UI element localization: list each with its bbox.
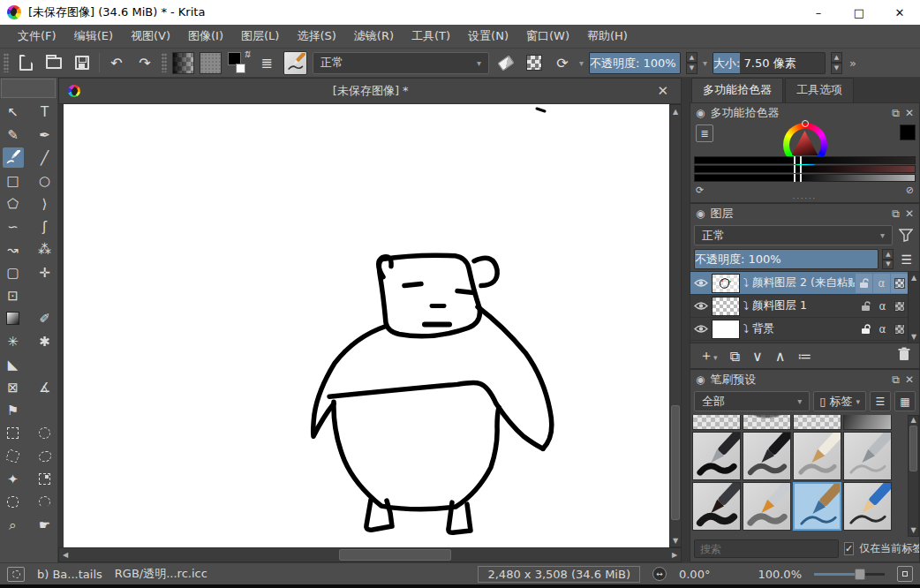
opacity-spinner[interactable]: ▲▼ [686, 52, 698, 74]
alpha-lock-icon[interactable]: α [873, 274, 890, 293]
float-docker-icon[interactable]: ⧉ [892, 107, 900, 119]
brush-preset-watercolor-blue[interactable] [793, 482, 841, 531]
layer-lock-icon[interactable] [857, 297, 874, 316]
layer-name[interactable]: 颜料图层 2 (来自粘贴) [752, 275, 855, 290]
menu-item-10[interactable]: 帮助(H) [578, 25, 637, 48]
delete-layer-button[interactable] [898, 347, 910, 365]
freehand-select-tool[interactable] [34, 446, 56, 466]
gradient-chooser-button[interactable] [172, 52, 194, 74]
color-settings-button[interactable]: ≣ [696, 124, 713, 142]
brush-preset-ink-pen-black[interactable] [743, 432, 791, 480]
assistants-tool[interactable]: ⚑ [3, 400, 24, 420]
scroll-up-icon[interactable]: ▲ [911, 274, 916, 282]
pattern-chooser-button[interactable] [200, 52, 222, 74]
rectangle-tool[interactable]: □ [3, 170, 24, 191]
zoom-slider[interactable] [814, 568, 885, 580]
brush-preset-pencil-blue[interactable] [843, 482, 892, 531]
toolbar-grip[interactable] [4, 53, 9, 72]
menu-item-8[interactable]: 设置(N) [459, 25, 517, 48]
brush-preset-brush-black[interactable] [692, 482, 741, 531]
close-docker-icon[interactable]: ✕ [905, 373, 914, 386]
close-docker-icon[interactable]: ✕ [905, 107, 914, 119]
scroll-down-icon[interactable]: ▼ [911, 333, 916, 341]
brush-preset-pen-silver[interactable] [843, 432, 892, 480]
tag-button[interactable]: ▯ 标签 ▾ [813, 391, 866, 411]
color-profile-label[interactable]: RGB/透明...rc.icc [115, 566, 207, 582]
inherit-alpha-icon[interactable] [891, 320, 908, 339]
zoom-reset-button[interactable] [897, 566, 913, 582]
canvas[interactable] [64, 104, 669, 547]
layer-opacity-spinner[interactable]: ▲▼ [882, 249, 894, 269]
scroll-down-icon[interactable]: ▼ [910, 526, 916, 536]
scroll-left-icon[interactable]: ◀ [59, 551, 72, 559]
preserve-alpha-button[interactable] [523, 51, 546, 74]
maximize-button[interactable]: □ [839, 0, 879, 25]
vertical-scroll-thumb[interactable] [671, 405, 680, 520]
canvas-vertical-scrollbar[interactable]: ▲ ▼ [669, 104, 682, 547]
move-tool[interactable]: ✛ [34, 262, 56, 283]
selection-mode-button[interactable] [7, 567, 25, 582]
menu-item-4[interactable]: 图层(L) [232, 25, 288, 48]
value-bar[interactable] [694, 174, 916, 182]
duplicate-layer-button[interactable]: ⧉ [730, 348, 740, 365]
brush-size-slider[interactable]: 大小: 7.50 像素 [713, 52, 826, 74]
inherit-alpha-icon[interactable] [891, 297, 908, 316]
minimize-button[interactable]: – [798, 0, 839, 25]
zoom-tool[interactable]: ⌕ [3, 515, 24, 535]
rect-select-tool[interactable] [3, 423, 24, 443]
move-layer-up-button[interactable]: ∧ [775, 348, 786, 365]
brush-preset-pen-chisel-black[interactable] [692, 432, 741, 480]
canvas-rotation-icon[interactable]: ↔ [652, 567, 667, 581]
menu-item-1[interactable]: 编辑(E) [65, 25, 122, 48]
menu-item-9[interactable]: 窗口(W) [517, 25, 578, 48]
current-color-swatch[interactable] [900, 124, 916, 140]
current-brush-name[interactable]: b) Ba...tails [37, 568, 102, 581]
polygon-select-tool[interactable] [3, 446, 24, 466]
brush-preset-eraser-dots[interactable] [743, 415, 791, 430]
brush-preset-eraser-soft[interactable] [793, 415, 841, 430]
measure-tool[interactable]: ∡ [34, 377, 56, 397]
dynamic-brush-tool[interactable]: ↝ [3, 239, 24, 260]
value-bar-handle[interactable] [794, 174, 802, 182]
layer-lock-icon[interactable] [857, 320, 874, 339]
float-docker-icon[interactable]: ⧉ [892, 207, 900, 220]
save-button[interactable] [71, 51, 94, 74]
brush-size-spinner[interactable]: ▲▼ [831, 52, 842, 74]
canvas-horizontal-scrollbar[interactable]: ◀ ▶ [58, 547, 682, 562]
fg-bg-color-widget[interactable]: ⇅ [227, 51, 250, 74]
toolbox-header[interactable] [1, 79, 56, 98]
fill-tool[interactable]: ◣ [3, 354, 24, 374]
add-layer-button[interactable]: ＋▾ [699, 347, 718, 366]
scroll-up-icon[interactable]: ▲ [670, 105, 681, 117]
background-color-swatch[interactable] [236, 64, 245, 73]
smart-patch-tool[interactable]: ✳ [3, 331, 24, 351]
rotation-value[interactable]: 0.00° [679, 568, 710, 581]
freehand-brush-tool[interactable] [3, 147, 24, 168]
layer-list-scrollbar[interactable]: ▲ ▼ [908, 272, 919, 343]
menu-item-0[interactable]: 文件(F) [9, 25, 65, 48]
lock-docker-icon[interactable]: ◉ [696, 107, 705, 119]
hue-bar[interactable] [694, 156, 916, 164]
move-layer-down-button[interactable]: ∨ [752, 348, 763, 365]
tab-advanced-color-selector[interactable]: 多功能拾色器 [691, 78, 783, 102]
calligraphy-tool[interactable]: ✒ [34, 124, 56, 145]
close-document-icon[interactable]: ✕ [653, 83, 672, 99]
polygon-tool[interactable]: ⬠ [3, 193, 24, 214]
canvas-size-label[interactable]: 2,480 x 3,508 (34.6 MiB) [478, 566, 640, 583]
lock-docker-icon[interactable]: ◉ [696, 207, 705, 220]
layer-lock-icon[interactable] [856, 274, 872, 293]
layer-properties-button[interactable]: ≔ [797, 348, 811, 365]
layer-row[interactable]: ⤵ 颜料图层 1 α [690, 295, 908, 318]
layer-thumbnail[interactable] [712, 274, 740, 293]
freehand-path-tool[interactable]: ʃ [34, 216, 56, 237]
brush-option-widget[interactable]: ≣ [255, 51, 278, 74]
layer-filter-button[interactable] [896, 227, 916, 245]
search-input[interactable] [694, 539, 839, 558]
brush-preset-brush-orange[interactable] [743, 482, 791, 531]
edit-shapes-tool[interactable]: ✎ [3, 124, 24, 145]
multibrush-tool[interactable]: ⁂ [34, 239, 56, 260]
layer-row[interactable]: ⤵ 背景 α [690, 318, 908, 341]
open-document-button[interactable] [42, 51, 65, 74]
visibility-eye-icon[interactable] [690, 301, 712, 311]
lock-docker-icon[interactable]: ◉ [696, 373, 705, 386]
